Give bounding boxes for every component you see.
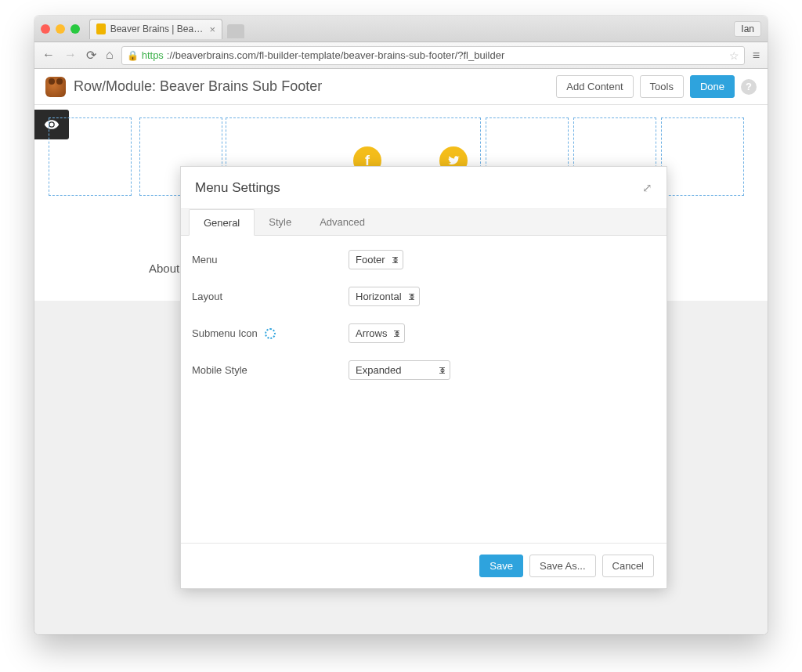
column-placeholder[interactable] (49, 117, 132, 196)
forward-icon[interactable]: → (64, 48, 77, 63)
browser-window: Beaver Brains | Beaver Bra × Ian ← → ⟳ ⌂… (34, 16, 768, 634)
about-label: About (149, 262, 179, 275)
mobile-style-label: Mobile Style (192, 364, 349, 376)
browser-tab[interactable]: Beaver Brains | Beaver Bra × (89, 19, 222, 39)
menu-icon[interactable]: ≡ (753, 49, 760, 63)
builder-toolbar: Row/Module: Beaver Brains Sub Footer Add… (34, 69, 768, 105)
window-maximize-button[interactable] (70, 24, 80, 34)
home-icon[interactable]: ⌂ (106, 48, 114, 63)
modal-title: Menu Settings (195, 180, 280, 196)
tab-general[interactable]: General (189, 209, 255, 236)
profile-button[interactable]: Ian (734, 21, 761, 37)
page-viewport: Row/Module: Beaver Brains Sub Footer Add… (34, 69, 768, 634)
bookmark-star-icon[interactable]: ☆ (729, 49, 739, 62)
field-mobile-style: Mobile Style Expanded (192, 360, 656, 380)
url-https: https (142, 49, 164, 61)
tab-style[interactable]: Style (255, 209, 305, 235)
chevron-updown-icon (410, 294, 414, 299)
save-as-button[interactable]: Save As... (529, 555, 596, 577)
add-content-button[interactable]: Add Content (556, 75, 633, 98)
url-input[interactable]: 🔒 https://beaverbrains.com/fl-builder-te… (121, 46, 745, 65)
expand-icon[interactable]: ⤢ (642, 181, 652, 195)
modal-tabs: General Style Advanced (181, 209, 667, 236)
layout-label: Layout (192, 291, 349, 302)
column-placeholder[interactable] (661, 117, 744, 196)
chevron-updown-icon (395, 331, 399, 336)
cancel-button[interactable]: Cancel (602, 555, 654, 577)
done-button[interactable]: Done (690, 75, 735, 98)
loading-spinner-icon (265, 328, 276, 339)
page-title: Row/Module: Beaver Brains Sub Footer (74, 78, 322, 95)
menu-label: Menu (192, 254, 349, 266)
browser-addressbar: ← → ⟳ ⌂ 🔒 https://beaverbrains.com/fl-bu… (34, 42, 768, 69)
submenu-icon-select[interactable]: Arrows (349, 323, 405, 343)
modal-body: Menu Footer Layout Horizontal Submenu Ic… (181, 236, 667, 543)
window-close-button[interactable] (41, 24, 50, 34)
tools-button[interactable]: Tools (640, 75, 684, 98)
mobile-style-select[interactable]: Expanded (349, 360, 450, 380)
menu-select[interactable]: Footer (349, 250, 403, 269)
chevron-updown-icon (440, 367, 445, 373)
field-menu: Menu Footer (192, 250, 656, 269)
window-minimize-button[interactable] (56, 24, 65, 34)
builder-actions: Add Content Tools Done ? (556, 75, 757, 98)
layout-select[interactable]: Horizontal (349, 287, 420, 306)
beaver-logo-icon (45, 77, 66, 97)
field-layout: Layout Horizontal (192, 287, 656, 306)
modal-header: Menu Settings ⤢ (181, 167, 667, 209)
modal-footer: Save Save As... Cancel (181, 543, 667, 588)
submenu-icon-label: Submenu Icon (192, 327, 349, 340)
menu-settings-modal: Menu Settings ⤢ General Style Advanced M… (180, 166, 667, 589)
field-submenu-icon: Submenu Icon Arrows (192, 323, 656, 343)
tab-advanced[interactable]: Advanced (305, 209, 379, 235)
tab-close-icon[interactable]: × (209, 23, 215, 35)
favicon-icon (96, 23, 106, 34)
chevron-updown-icon (393, 257, 398, 262)
back-icon[interactable]: ← (42, 48, 55, 63)
reload-icon[interactable]: ⟳ (86, 48, 96, 63)
lock-icon: 🔒 (127, 50, 139, 61)
url-rest: ://beaverbrains.com/fl-builder-template/… (167, 49, 504, 61)
new-tab-button[interactable] (227, 24, 244, 38)
tab-title: Beaver Brains | Beaver Bra (110, 23, 205, 34)
save-button[interactable]: Save (479, 555, 523, 577)
window-controls (41, 24, 80, 34)
nav-icons: ← → ⟳ ⌂ (42, 48, 114, 63)
browser-tabbar: Beaver Brains | Beaver Bra × Ian (34, 16, 768, 42)
help-icon[interactable]: ? (741, 79, 757, 95)
